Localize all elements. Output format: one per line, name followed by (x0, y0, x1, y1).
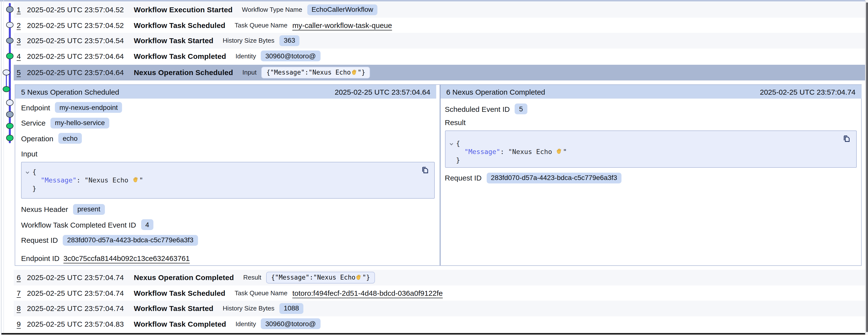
event-row[interactable]: 2 2025-02-25 UTC 23:57:04.52 Workflow Ta… (14, 18, 866, 33)
timeline-event-dot[interactable] (6, 122, 13, 129)
event-name: Workflow Task Scheduled (134, 289, 225, 297)
event-name: Nexus Operation Completed (134, 274, 234, 282)
event-row-selected[interactable]: 5 2025-02-25 UTC 23:57:04.64 Nexus Opera… (14, 65, 866, 80)
json-open-brace: { (32, 167, 36, 175)
chevron-down-icon[interactable] (449, 140, 454, 148)
json-separator: : (500, 147, 508, 155)
attr-value-link[interactable]: my-caller-workflow-task-queue (292, 21, 392, 29)
endpoint-id-link[interactable]: 3c0c75ccfa8144b092c13ce632463761 (63, 254, 190, 262)
copy-icon[interactable] (842, 134, 851, 144)
field-value-badge: my-nexus-endpoint (55, 102, 122, 113)
timeline-event-dot[interactable] (6, 6, 13, 12)
panel-title: 6 Nexus Operation Completed (446, 88, 545, 96)
field-endpoint: Endpoint my-nexus-endpoint (21, 102, 435, 113)
bottom-rule (1, 333, 866, 334)
timeline-event-dot[interactable] (6, 22, 13, 28)
copy-icon[interactable] (420, 166, 430, 175)
field-scheduled-event-id: Scheduled Event ID 5 (445, 104, 857, 114)
attr-label: Input (242, 69, 256, 76)
event-timestamp: 2025-02-25 UTC 23:57:04.74 (27, 274, 134, 282)
event-id-link[interactable]: 5 (17, 68, 27, 77)
timeline-event-dot[interactable] (6, 111, 13, 117)
event-id-link[interactable]: 8 (17, 304, 27, 313)
attr-label: Identity (236, 320, 256, 328)
event-row[interactable]: 6 2025-02-25 UTC 23:57:04.74 Nexus Opera… (14, 270, 866, 285)
attr-label: Task Queue Name (235, 289, 287, 297)
field-result-label: Result (445, 117, 857, 128)
field-value-badge: 5 (515, 104, 527, 114)
event-id-link[interactable]: 7 (17, 289, 27, 297)
event-id-link[interactable]: 6 (17, 274, 27, 282)
timeline-event-dot[interactable] (6, 53, 13, 59)
field-operation: Operation echo (21, 133, 435, 144)
event-id-link[interactable]: 2 (17, 21, 27, 29)
timeline-event-dot[interactable] (6, 135, 13, 141)
field-label: Operation (21, 134, 54, 142)
field-value-badge: 4 (141, 219, 154, 230)
field-value-badge: my-hello-service (51, 117, 109, 128)
input-code-block: { "Message": "Nexus Echo " } (21, 162, 435, 198)
vertical-scrollbar (865, 0, 868, 335)
event-timestamp: 2025-02-25 UTC 23:57:04.64 (27, 52, 134, 60)
json-key: "Message" (41, 176, 76, 184)
timeline-event-dot[interactable] (3, 86, 10, 92)
field-value-badge: 283fd070-d57a-4423-bdca-c5c779e6a3f3 (63, 235, 198, 246)
field-nexus-header: Nexus Header present (21, 204, 435, 215)
event-timestamp: 2025-02-25 UTC 23:57:04.64 (27, 68, 134, 77)
event-name: Nexus Operation Scheduled (134, 68, 233, 77)
event-row[interactable]: 3 2025-02-25 UTC 23:57:04.54 Workflow Ta… (14, 33, 866, 48)
event-name: Workflow Task Scheduled (134, 21, 225, 29)
field-label: Input (21, 149, 37, 158)
field-label: Result (445, 118, 466, 127)
field-input-label: Input (21, 148, 435, 159)
event-id-link[interactable]: 4 (17, 52, 27, 60)
json-value: "Nexus Echo " (508, 147, 567, 155)
event-row[interactable]: 4 2025-02-25 UTC 23:57:04.64 Workflow Ta… (14, 48, 866, 64)
field-wtc-event-id: Workflow Task Completed Event ID 4 (21, 219, 435, 230)
attr-value-link[interactable]: totoro:f494fecf-2d51-4d48-bdcd-036a0f912… (292, 289, 443, 297)
event-timestamp: 2025-02-25 UTC 23:57:04.83 (27, 320, 134, 328)
timeline-event-dot[interactable] (6, 99, 13, 106)
json-close-brace: } (32, 184, 36, 192)
event-timestamp: 2025-02-25 UTC 23:57:04.74 (27, 289, 134, 297)
attr-value-badge: 363 (279, 35, 300, 46)
event-name: Workflow Task Completed (134, 320, 226, 328)
attr-label: History Size Bytes (223, 37, 275, 45)
event-row[interactable]: 7 2025-02-25 UTC 23:57:04.74 Workflow Ta… (14, 285, 866, 301)
event-id-link[interactable]: 1 (17, 6, 27, 14)
timeline-event-dot[interactable] (3, 69, 10, 75)
field-label: Endpoint ID (21, 254, 60, 262)
waving-hand-emoji (556, 148, 563, 155)
event-name: Workflow Task Started (134, 36, 213, 45)
waving-hand-emoji (132, 176, 139, 183)
panel-nexus-operation-completed: 6 Nexus Operation Completed 2025-02-25 U… (440, 85, 861, 266)
event-row[interactable]: 8 2025-02-25 UTC 23:57:04.74 Workflow Ta… (14, 301, 866, 316)
attr-label: Identity (236, 53, 256, 60)
waving-hand-emoji (355, 274, 363, 281)
event-name: Workflow Task Completed (134, 52, 226, 60)
event-row[interactable]: 9 2025-02-25 UTC 23:57:04.83 Workflow Ta… (14, 316, 866, 332)
event-timestamp: 2025-02-25 UTC 23:57:04.54 (27, 36, 134, 45)
field-value-badge: 283fd070-d57a-4423-bdca-c5c779e6a3f3 (487, 172, 621, 183)
attr-label: Workflow Type Name (242, 6, 302, 13)
json-open-brace: { (456, 139, 460, 147)
attr-value-json: {"Message":"Nexus Echo "} (261, 67, 370, 79)
scrollbar-thumb[interactable] (866, 2, 868, 332)
waving-hand-emoji (351, 69, 358, 76)
event-id-link[interactable]: 3 (17, 36, 27, 45)
chevron-down-icon[interactable] (25, 168, 30, 176)
event-name: Workflow Task Started (134, 304, 213, 313)
event-id-link[interactable]: 9 (17, 320, 27, 328)
field-value-badge: present (73, 204, 105, 215)
timeline-event-dot[interactable] (6, 37, 13, 44)
attr-label: Task Queue Name (235, 22, 287, 29)
panel-header: 5 Nexus Operation Scheduled 2025-02-25 U… (15, 85, 436, 99)
event-timestamp: 2025-02-25 UTC 23:57:04.74 (27, 304, 134, 313)
json-key: "Message" (464, 147, 500, 155)
attr-label: Result (243, 274, 261, 281)
field-value-badge: echo (58, 133, 82, 144)
event-row[interactable]: 1 2025-02-25 UTC 23:57:04.52 Workflow Ex… (14, 2, 866, 18)
field-request-id: Request ID 283fd070-d57a-4423-bdca-c5c77… (21, 235, 435, 246)
field-label: Endpoint (21, 103, 50, 112)
panel-header: 6 Nexus Operation Completed 2025-02-25 U… (440, 85, 861, 99)
